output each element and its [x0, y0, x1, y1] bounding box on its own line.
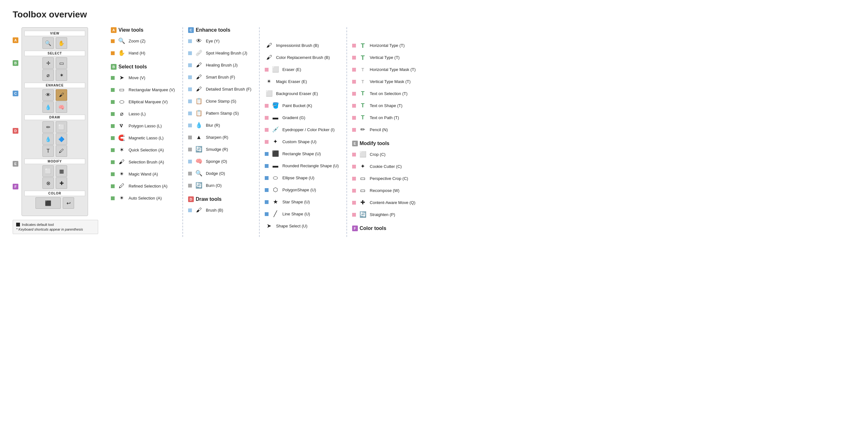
- rounded-dot: [265, 164, 269, 168]
- section-type-tools: T Horizontal Type (T) T Vertical Type (T…: [352, 27, 416, 134]
- sponge-label: Sponge (O): [206, 159, 227, 165]
- mag-label: Magnetic Lasso (L): [129, 136, 164, 141]
- draw-letter: D: [188, 197, 194, 202]
- view-row: 🔍 ✋: [24, 37, 85, 49]
- section-view-tools: A View tools 🔍 Zoom (Z) ✋ Hand (H): [111, 27, 175, 58]
- enhance-title-text: Enhance tools: [196, 27, 230, 33]
- tool-horiz-type: T Horizontal Type (T): [352, 41, 416, 50]
- marquee-tool[interactable]: ▭: [56, 57, 67, 69]
- smudge-icon: 🔄: [194, 145, 203, 154]
- quick-dot: [111, 148, 115, 152]
- tool-refined-sel: 🖊 Refined Selection (A): [111, 182, 175, 191]
- zoom-icon: 🔍: [117, 37, 126, 46]
- pencil-tool[interactable]: ✏: [42, 121, 54, 133]
- tool-rect-shape: ⬛ Rectangle Shape (U): [265, 150, 339, 158]
- type-tool[interactable]: T: [42, 145, 54, 157]
- vert-type-dot: [352, 56, 356, 60]
- line-shape-label: Line Shape (U): [282, 212, 310, 217]
- refined-label: Refined Selection (A): [129, 184, 167, 189]
- tool-detailed-smart: 🖌 Detailed Smart Brush (F): [188, 85, 251, 94]
- modify-title-text: Modify tools: [360, 141, 390, 146]
- path-tool[interactable]: 🖊: [56, 145, 67, 157]
- pattern-dot: [188, 112, 192, 115]
- eraser-tool[interactable]: ⬜: [56, 121, 67, 133]
- rect-icon: ▭: [117, 86, 126, 94]
- blur-tool[interactable]: 💧: [42, 101, 54, 113]
- tool-pattern-stamp: 📋 Pattern Stamp (S): [188, 109, 251, 118]
- impressionist-icon: 🖌: [265, 41, 274, 50]
- tool-sharpen: ▲ Sharpen (R): [188, 133, 251, 142]
- healing-dot: [188, 63, 192, 67]
- zoom-tool[interactable]: 🔍: [42, 37, 54, 49]
- sponge-icon: 🧠: [194, 157, 203, 166]
- tool-custom-shape: ✦ Custom Shape (U): [265, 138, 339, 146]
- shape-tool[interactable]: 🔷: [56, 133, 67, 145]
- tool-rounded-rect: ▬ Rounded Rectangle Shape (U): [265, 161, 339, 171]
- horiz-mask-dot: [352, 68, 356, 71]
- eyedropper-icon: 💉: [271, 125, 280, 134]
- recompose-icon: ▭: [359, 186, 367, 195]
- detailed-dot: [188, 87, 192, 91]
- sel-brush-label: Selection Brush (A): [129, 160, 164, 165]
- brush-tool-active[interactable]: 🖌: [56, 89, 67, 101]
- tool-eye: 👁 Eye (Y): [188, 37, 251, 46]
- tool-polygon-lasso: ⛛ Polygon Lasso (L): [111, 122, 175, 130]
- select-label: SELECT: [24, 51, 85, 56]
- toolbox-letter-b: B: [13, 60, 19, 66]
- move-dot: [111, 76, 115, 80]
- recompose-tool[interactable]: ▦: [56, 165, 67, 177]
- modify-row2: ⊗ ✚: [24, 177, 85, 189]
- tool-smart-brush: 🖌 Smart Brush (F): [188, 73, 251, 82]
- crop-tool[interactable]: ⬜: [42, 165, 54, 177]
- auto-dot: [111, 197, 115, 200]
- vert-type-label: Vertical Type (T): [370, 55, 400, 60]
- select-row1: ✛ ▭: [24, 57, 85, 69]
- tool-magic-wand: ✴ Magic Wand (A): [111, 170, 175, 179]
- zoom-label: Zoom (Z): [129, 39, 145, 44]
- eye-icon: 👁: [194, 37, 203, 46]
- move-label: Move (V): [129, 76, 145, 81]
- straighten-icon: 🔄: [359, 210, 367, 219]
- eye-tool[interactable]: 👁: [42, 89, 54, 101]
- color-swatch[interactable]: ⬛: [35, 197, 61, 209]
- clone-label: Clone Stamp (S): [206, 99, 236, 104]
- hand-tool[interactable]: ✋: [56, 37, 67, 49]
- content-aware-tool[interactable]: ⊗: [42, 177, 54, 189]
- toolbox-section-select: SELECT ✛ ▭ ⌀ ✶: [24, 51, 85, 81]
- quick-icon: ✶: [117, 146, 126, 155]
- magic-eraser-icon: ✴: [265, 77, 274, 86]
- lasso-label: Lasso (L): [129, 112, 146, 117]
- smart-icon: 🖌: [194, 73, 203, 82]
- tool-paint-bucket: 🪣 Paint Bucket (K): [265, 101, 339, 110]
- vert-mask-dot: [352, 80, 356, 84]
- wand-dot: [111, 172, 115, 176]
- eye-label: Eye (Y): [206, 39, 219, 44]
- straighten-tool[interactable]: ✚: [56, 177, 67, 189]
- legend-default-text: Indicates default tool: [22, 223, 54, 227]
- color-swap[interactable]: ↩: [63, 197, 74, 209]
- tool-text-on-shape: T Text on Shape (T): [352, 101, 416, 110]
- tool-blur: 💧 Blur (R): [188, 121, 251, 130]
- toolbox-letter-e: E: [13, 161, 19, 167]
- wand-tool[interactable]: ✶: [56, 69, 67, 81]
- ref-col-3: 🖌 Impressionist Brush (B) 🖌 Color Replac…: [265, 27, 347, 237]
- tool-ellip-marquee: ⬭ Elliptical Marquee (V): [111, 97, 175, 107]
- sponge-tool[interactable]: 🧠: [56, 101, 67, 113]
- tool-eyedropper: 💉 Eyedropper / Color Picker (I): [265, 125, 339, 134]
- tool-zoom: 🔍 Zoom (Z): [111, 37, 175, 46]
- text-sel-icon: T: [359, 89, 367, 98]
- move-tool[interactable]: ✛: [42, 57, 54, 69]
- section-select-tools: B Select tools ➤ Move (V) ▭ Rectangular …: [111, 64, 175, 203]
- sel-brush-dot: [111, 160, 115, 164]
- tool-text-on-sel: T Text on Selection (T): [352, 89, 416, 98]
- section-enhance-tools: C Enhance tools 👁 Eye (Y) 🩹 Spot Healing…: [188, 27, 251, 190]
- polygon-shape-icon: ⬡: [271, 186, 280, 195]
- toolbox-letter-a: A: [13, 37, 19, 43]
- crop-label: Crop (C): [370, 152, 386, 157]
- paint-bucket-dot: [265, 104, 269, 108]
- crop-dot: [352, 153, 356, 156]
- content-dot: [352, 201, 356, 205]
- eraser-dot: [265, 68, 269, 71]
- paint-tool[interactable]: 💧: [42, 133, 54, 145]
- lasso-tool[interactable]: ⌀: [42, 69, 54, 81]
